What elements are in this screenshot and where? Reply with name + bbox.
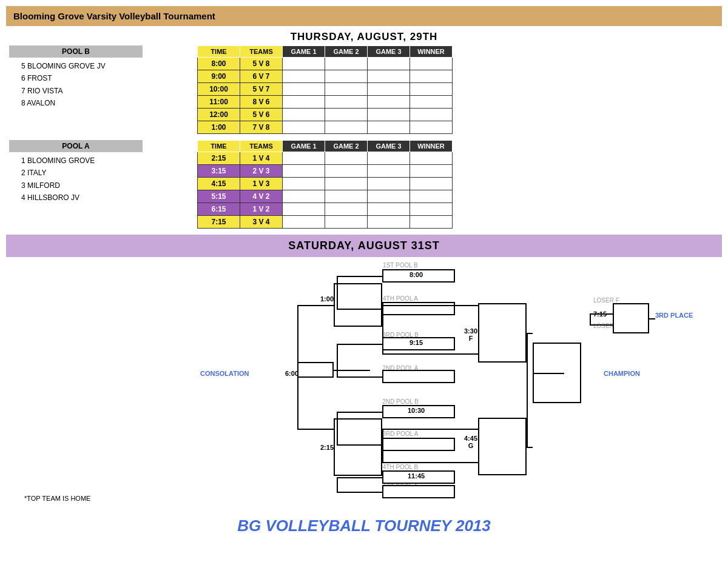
line-r1-7 — [337, 477, 382, 478]
pool-a-g2-4 — [325, 203, 368, 216]
pool-b-g3-4 — [368, 109, 410, 121]
r2-box-top — [334, 283, 382, 327]
pool-b-g2-0 — [325, 58, 368, 70]
col-teams-a: TEAMS — [240, 141, 283, 152]
line-r1-1 — [337, 276, 382, 277]
r1-time-1: 8:00 — [410, 271, 423, 278]
line-r1-8 — [337, 492, 382, 493]
pool-b-g3-2 — [368, 83, 410, 96]
line-cons-top — [297, 305, 334, 306]
r1-time-3: 9:15 — [410, 339, 423, 346]
line-r2-mid-out — [382, 353, 478, 355]
col-time-b: TIME — [198, 46, 240, 58]
pool-b-g2-1 — [325, 70, 368, 83]
pool-b-g2-2 — [325, 83, 368, 96]
pool-a-g2-2 — [325, 178, 368, 190]
r1-time-7: 11:45 — [408, 472, 425, 480]
pool-a-g2-1 — [325, 165, 368, 178]
third-box — [613, 303, 649, 333]
pool-a-g3-2 — [368, 178, 410, 190]
pool-a-g3-1 — [368, 165, 410, 178]
pool-b-time-2: 10:00 — [198, 83, 240, 96]
col-game3-b: GAME 3 — [368, 46, 410, 58]
pool-b-w-3 — [410, 96, 453, 109]
pool-b-team-4: 8 AVALON — [21, 97, 197, 109]
pool-b-w-2 — [410, 83, 453, 96]
pool-b-time-0: 8:00 — [198, 58, 240, 70]
pool-a-w-4 — [410, 203, 453, 216]
pool-a-time-1: 3:15 — [198, 165, 240, 178]
pool-b-team-2: 6 FROST — [21, 72, 197, 84]
pool-b-g1-1 — [283, 70, 325, 83]
r2-time-top: 1:00 — [320, 295, 334, 303]
pool-a-w-0 — [410, 152, 453, 165]
pool-b-g2-3 — [325, 96, 368, 109]
pool-a-table: TIME TEAMS GAME 1 GAME 2 GAME 3 WINNER 2… — [197, 140, 453, 229]
consolation-box — [297, 362, 334, 378]
line-champ-in — [533, 373, 564, 374]
pool-b-section: POOL B 5 BLOOMING GROVE JV 6 FROST 7 RIO… — [6, 45, 722, 134]
pool-a-match-0: 1 V 4 — [240, 152, 283, 165]
line-r1-5 — [337, 412, 382, 413]
pool-a-g1-4 — [283, 203, 325, 216]
day1-header: THURSDAY, AUGUST, 29TH — [6, 27, 722, 45]
line-r1-v-2 — [337, 344, 338, 376]
pool-a-time-5: 7:15 — [198, 216, 240, 229]
pool-b-left: POOL B 5 BLOOMING GROVE JV 6 FROST 7 RIO… — [9, 45, 197, 134]
pool-b-g1-2 — [283, 83, 325, 96]
line-loser-v — [590, 313, 591, 324]
col-game1-a: GAME 1 — [283, 141, 325, 152]
pool-a-team-1: 1 BLOOMING GROVE — [21, 155, 197, 167]
line-r1-v-top — [337, 276, 338, 309]
line-r1-v-4 — [337, 477, 338, 492]
pool-a-g1-0 — [283, 152, 325, 165]
col-game3-a: GAME 3 — [368, 141, 410, 152]
pool-b-time-4: 12:00 — [198, 109, 240, 121]
pool-b-w-5 — [410, 121, 453, 134]
pool-a-match-2: 1 V 3 — [240, 178, 283, 190]
col-game2-a: GAME 2 — [325, 141, 368, 152]
pool-b-teams: 5 BLOOMING GROVE JV 6 FROST 7 RIO VISTA … — [9, 60, 197, 110]
pool-b-w-0 — [410, 58, 453, 70]
pool-b-schedule: TIME TEAMS GAME 1 GAME 2 GAME 3 WINNER 8… — [197, 45, 719, 134]
pool-b-g3-0 — [368, 58, 410, 70]
pool-a-g2-3 — [325, 190, 368, 203]
pool-a-g3-5 — [368, 216, 410, 229]
pool-a-match-5: 3 V 4 — [240, 216, 283, 229]
pool-a-teams: 1 BLOOMING GROVE 2 ITALY 3 MILFORD 4 HIL… — [9, 155, 197, 204]
consolation-label: CONSOLATION — [200, 370, 249, 377]
line-r1-6 — [337, 444, 382, 446]
pool-b-time-3: 11:00 — [198, 96, 240, 109]
pool-a-w-3 — [410, 190, 453, 203]
seed-2nd-pool-b: 2ND POOL B — [364, 398, 437, 405]
pool-a-time-4: 6:15 — [198, 203, 240, 216]
pool-a-g2-0 — [325, 152, 368, 165]
r1-box-4 — [382, 370, 455, 383]
line-r1-4 — [337, 376, 382, 378]
footer-title: BG VOLLEYBALL TOURNEY 2013 — [6, 504, 722, 541]
semi-box-g — [478, 418, 527, 475]
pool-a-w-1 — [410, 165, 453, 178]
line-cons-bot — [297, 429, 334, 430]
pool-a-team-4: 4 HILLSBORO JV — [21, 192, 197, 204]
pool-b-match-3: 8 V 6 — [240, 96, 283, 109]
line-3rd-out — [649, 318, 655, 319]
pool-a-g1-2 — [283, 178, 325, 190]
line-r2-top-out — [382, 305, 478, 306]
pool-a-team-3: 3 MILFORD — [21, 179, 197, 192]
pool-b-time-5: 1:00 — [198, 121, 240, 134]
semi-g-time: 4:45G — [464, 435, 477, 449]
pool-b-match-1: 6 V 7 — [240, 70, 283, 83]
pool-a-left: POOL A 1 BLOOMING GROVE 2 ITALY 3 MILFOR… — [9, 140, 197, 229]
line-sg-out — [527, 447, 533, 448]
semi-box-f — [478, 303, 527, 363]
pool-a-w-5 — [410, 216, 453, 229]
bracket-container: 1ST POOL B 4TH POOL A 3RD POOL B 2ND POO… — [12, 262, 716, 492]
pool-a-time-2: 4:15 — [198, 178, 240, 190]
line-r2-v-bot — [382, 429, 383, 462]
line-loser-g — [590, 324, 613, 326]
pool-a-g3-0 — [368, 152, 410, 165]
saturday-header: SATURDAY, AUGUST 31ST — [6, 235, 722, 257]
line-r1-3 — [337, 344, 382, 345]
line-r2-bot-out1 — [382, 429, 478, 430]
